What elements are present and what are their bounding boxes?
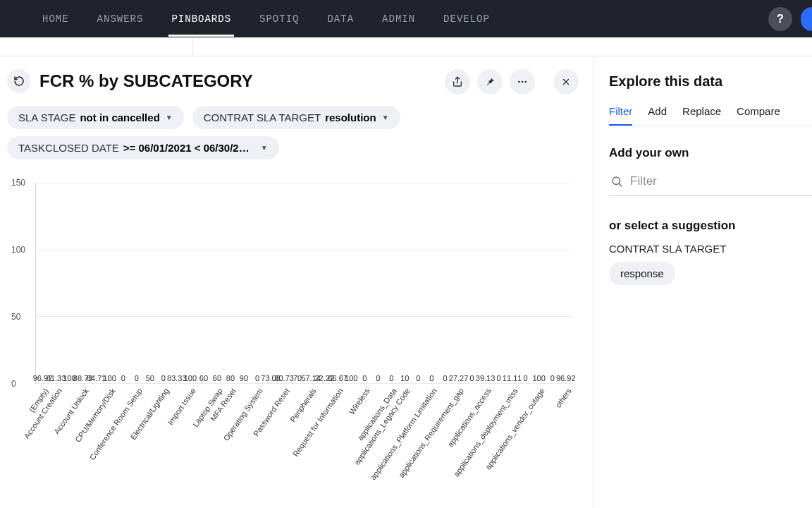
nav-admin[interactable]: ADMIN — [379, 1, 418, 37]
bar-value-label: 27.27 — [449, 374, 469, 382]
close-button[interactable] — [553, 69, 579, 95]
x-tick: others — [560, 387, 572, 478]
bar-value-label: 0 — [389, 374, 393, 382]
bar-value-label: 0 — [497, 374, 501, 382]
bar-value-label: 0 — [161, 374, 166, 382]
nav-data[interactable]: DATA — [324, 1, 357, 37]
filter-pills: SLA STAGE not in cancelled ▼ CONTRAT SLA… — [7, 106, 579, 129]
bar-value-label: 100 — [533, 374, 546, 382]
x-tick: applications_vendor_outage — [533, 387, 545, 478]
bar-value-label: 0 — [135, 374, 139, 382]
bar-value-label: 80.73 — [274, 374, 294, 382]
tab-compare[interactable]: Compare — [737, 105, 780, 126]
filter-input-wrap — [609, 170, 812, 196]
chevron-down-icon: ▼ — [382, 114, 389, 121]
bar-value-label: 0 — [362, 374, 367, 382]
x-tick: Request for Information — [332, 387, 344, 478]
svg-point-3 — [524, 81, 527, 83]
explore-panel: Explore this data Filter Add Replace Com… — [593, 56, 812, 508]
nav-answers[interactable]: ANSWERS — [94, 1, 147, 37]
bar-value-label: 0 — [255, 374, 259, 382]
y-tick-label: 50 — [11, 312, 20, 322]
close-icon — [561, 77, 571, 87]
refresh-button[interactable] — [7, 69, 31, 93]
filter-value: resolution — [325, 111, 376, 123]
bar-chart: 96.9281.3310088.7384.711000050083.331006… — [7, 172, 579, 483]
bar-value-label: 0 — [443, 374, 447, 382]
bar-value-label: 80 — [226, 374, 235, 382]
filter-taskclosed-date[interactable]: TASKCLOSED DATE >= 06/01/2021 < 06/30/2…… — [7, 136, 279, 159]
filter-input[interactable] — [630, 174, 811, 188]
suggestion-response[interactable]: response — [609, 262, 675, 285]
share-button[interactable] — [445, 69, 470, 95]
bar-value-label: 0 — [416, 374, 420, 382]
refresh-icon — [13, 75, 25, 87]
bar-value-label: 0 — [376, 374, 380, 382]
filter-pills-row2: TASKCLOSED DATE >= 06/01/2021 < 06/30/2…… — [7, 136, 579, 159]
bar-value-label: 0 — [121, 374, 125, 382]
x-tick: Electrical/Lighting — [157, 387, 169, 478]
bar-value-label: 39.13 — [476, 374, 496, 382]
bar-value-label: 60 — [199, 374, 208, 382]
nav-home[interactable]: HOME — [39, 1, 72, 37]
question-icon: ? — [777, 13, 784, 25]
nav-items: HOME ANSWERS PINBOARDS SPOTIQ DATA ADMIN… — [39, 1, 493, 37]
filter-label: SLA STAGE — [18, 111, 75, 123]
chart-panel: FCR % by SUBCATEGORY SLA STAGE not i — [0, 56, 593, 508]
chevron-down-icon: ▼ — [166, 114, 173, 121]
tab-replace[interactable]: Replace — [682, 105, 721, 126]
tab-add[interactable]: Add — [648, 105, 667, 126]
help-button[interactable]: ? — [768, 7, 792, 31]
more-icon — [517, 76, 528, 87]
bar-value-label: 0 — [429, 374, 433, 382]
bar-value-label: 100 — [104, 374, 116, 382]
chevron-down-icon: ▼ — [261, 144, 268, 152]
bar-value-label: 60 — [213, 374, 221, 382]
or-select-heading: or select a suggestion — [609, 219, 812, 233]
suggestion-category: CONTRAT SLA TARGET — [609, 243, 812, 255]
x-tick: Import Issue — [184, 387, 196, 478]
avatar[interactable] — [801, 7, 812, 31]
bar-value-label: 0 — [524, 374, 528, 382]
bar-value-label: 100 — [184, 374, 197, 382]
pin-icon — [484, 76, 496, 87]
nav-pinboards[interactable]: PINBOARDS — [168, 1, 234, 37]
pin-button[interactable] — [477, 69, 503, 95]
bar-value-label: 10 — [400, 374, 409, 382]
y-tick-label: 150 — [11, 178, 25, 188]
filter-sla-target[interactable]: CONTRAT SLA TARGET resolution ▼ — [192, 106, 400, 129]
filter-value: not in cancelled — [80, 111, 159, 123]
sub-toolbar — [0, 37, 812, 56]
bar-value-label: 100 — [345, 374, 357, 382]
tab-filter[interactable]: Filter — [609, 105, 632, 126]
filter-sla-stage[interactable]: SLA STAGE not in cancelled ▼ — [7, 106, 184, 129]
bar-value-label: 90 — [240, 374, 248, 382]
vertical-divider — [192, 37, 193, 56]
bar-value-label: 96.92 — [556, 374, 576, 382]
top-navbar: HOME ANSWERS PINBOARDS SPOTIQ DATA ADMIN… — [0, 0, 812, 37]
explore-title: Explore this data — [609, 73, 812, 90]
bar-value-label: 50 — [146, 374, 154, 382]
svg-point-1 — [518, 81, 520, 83]
bar-value-label: 0 — [550, 374, 555, 382]
filter-label: TASKCLOSED DATE — [18, 142, 119, 154]
more-button[interactable] — [510, 69, 535, 95]
nav-spotiq[interactable]: SPOTIQ — [257, 1, 302, 37]
x-tick: Password Reset — [278, 387, 290, 478]
bar-value-label: 0 — [469, 374, 474, 382]
bar-value-label: 11.11 — [503, 374, 522, 382]
page-title: FCR % by SUBCATEGORY — [39, 71, 253, 91]
search-icon — [610, 175, 623, 188]
nav-develop[interactable]: DEVELOP — [441, 1, 493, 37]
svg-line-7 — [619, 183, 621, 186]
filter-label: CONTRAT SLA TARGET — [204, 111, 321, 123]
filter-value: >= 06/01/2021 < 06/30/2… — [123, 142, 250, 154]
explore-tabs: Filter Add Replace Compare — [609, 105, 812, 126]
svg-point-2 — [522, 81, 524, 83]
y-tick-label: 0 — [11, 379, 16, 389]
share-icon — [452, 76, 463, 87]
y-tick-label: 100 — [11, 245, 25, 255]
add-your-own-heading: Add your own — [609, 146, 812, 160]
